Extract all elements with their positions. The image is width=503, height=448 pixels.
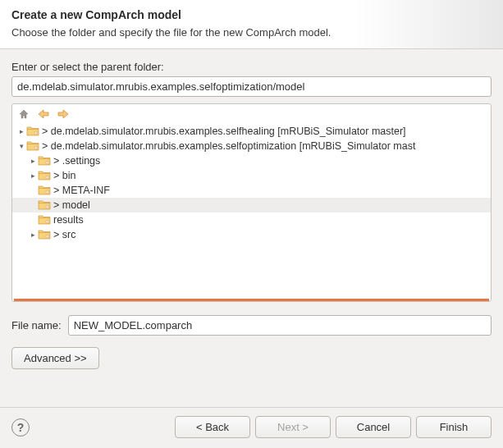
wizard-header: Create a new CompArch model Choose the f… [0, 0, 503, 49]
tree-row[interactable]: ?results [12, 213, 491, 227]
tree-toolbar [12, 104, 491, 124]
advanced-button[interactable]: Advanced >> [11, 347, 99, 369]
wizard-footer: ? < Back Next > Cancel Finish [0, 407, 503, 448]
filename-label: File name: [11, 319, 62, 331]
parent-folder-input[interactable] [11, 76, 492, 97]
tree-row[interactable]: ▾?> de.mdelab.simulator.mrubis.examples.… [12, 139, 491, 153]
folder-icon: ? [38, 199, 51, 211]
tree-row[interactable]: ▸?> de.mdelab.simulator.mrubis.examples.… [12, 124, 491, 139]
advanced-row: Advanced >> [11, 347, 492, 369]
expander-icon[interactable]: ▸ [29, 157, 37, 165]
folder-icon: ? [38, 155, 51, 167]
cancel-button[interactable]: Cancel [336, 416, 411, 438]
tree-item-label: > META-INF [53, 185, 110, 196]
tree-row[interactable]: ▸?> src [12, 227, 491, 242]
expander-icon[interactable]: ▸ [17, 127, 25, 135]
forward-arrow-icon[interactable] [57, 107, 70, 121]
tree-item-label: > src [53, 229, 75, 240]
tree-body: ▸?> de.mdelab.simulator.mrubis.examples.… [12, 124, 491, 245]
footer-buttons: < Back Next > Cancel Finish [175, 416, 492, 438]
tree-item-label: > de.mdelab.simulator.mrubis.examples.se… [42, 140, 415, 152]
folder-icon: ? [38, 214, 51, 226]
tree-item-label: > bin [53, 170, 75, 181]
expander-icon[interactable]: ▸ [29, 171, 37, 180]
tree-item-label: > .settings [53, 155, 100, 167]
tree-item-label: > model [53, 199, 90, 211]
expander-icon[interactable]: ▾ [17, 142, 25, 150]
scroll-indicator [14, 299, 489, 301]
next-button: Next > [255, 416, 331, 438]
parent-folder-label: Enter or select the parent folder: [11, 61, 492, 73]
home-icon[interactable] [17, 107, 30, 121]
filename-input[interactable] [68, 315, 492, 336]
tree-row[interactable]: ▸?> bin [12, 168, 491, 183]
filename-row: File name: [11, 315, 492, 336]
folder-icon: ? [38, 229, 51, 240]
tree-item-label: results [53, 214, 84, 226]
page-subtitle: Choose the folder and specify the file f… [11, 26, 492, 39]
tree-row[interactable]: ?> model [12, 198, 491, 213]
tree-row[interactable]: ▸?> .settings [12, 153, 491, 168]
page-title: Create a new CompArch model [11, 8, 492, 21]
finish-button[interactable]: Finish [416, 416, 492, 438]
tree-item-label: > de.mdelab.simulator.mrubis.examples.se… [42, 126, 406, 137]
folder-icon: ? [38, 170, 51, 181]
folder-icon: ? [26, 140, 39, 152]
tree-row[interactable]: ?> META-INF [12, 183, 491, 198]
help-icon[interactable]: ? [11, 418, 30, 437]
folder-tree[interactable]: ▸?> de.mdelab.simulator.mrubis.examples.… [11, 103, 492, 302]
wizard-content: Enter or select the parent folder: ▸?> d… [0, 49, 503, 377]
back-arrow-icon[interactable] [37, 107, 50, 121]
folder-icon: ? [38, 185, 51, 196]
back-button[interactable]: < Back [175, 416, 250, 438]
folder-icon: ? [26, 126, 39, 137]
expander-icon[interactable]: ▸ [29, 231, 37, 239]
